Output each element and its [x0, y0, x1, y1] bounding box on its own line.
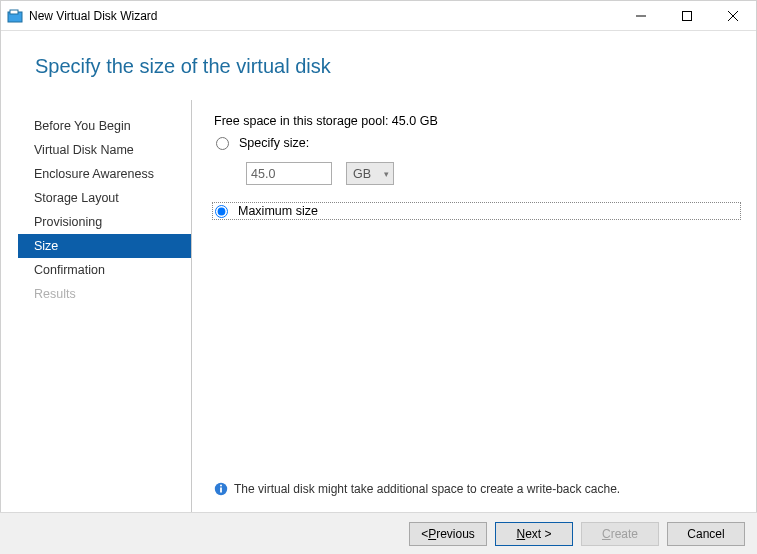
step-size[interactable]: Size — [18, 234, 191, 258]
step-results: Results — [18, 282, 191, 306]
info-row: The virtual disk might take additional s… — [214, 482, 741, 502]
step-before-you-begin[interactable]: Before You Begin — [18, 114, 191, 138]
maximize-button[interactable] — [664, 1, 710, 31]
size-unit-select[interactable]: GB ▾ — [346, 162, 394, 185]
option-maximum-size-label: Maximum size — [238, 204, 318, 218]
step-confirmation[interactable]: Confirmation — [18, 258, 191, 282]
size-value-input[interactable] — [246, 162, 332, 185]
free-space-label: Free space in this storage pool: 45.0 GB — [214, 114, 741, 128]
info-icon — [214, 482, 228, 496]
wizard-steps-sidebar: Before You Begin Virtual Disk Name Enclo… — [0, 100, 192, 512]
cancel-button[interactable]: Cancel — [667, 522, 745, 546]
step-storage-layout[interactable]: Storage Layout — [18, 186, 191, 210]
option-specify-size-label: Specify size: — [239, 136, 309, 150]
size-unit-value: GB — [353, 167, 371, 181]
svg-rect-7 — [220, 488, 222, 493]
svg-rect-1 — [10, 10, 18, 14]
titlebar-left: New Virtual Disk Wizard — [7, 8, 157, 24]
previous-button[interactable]: < Previous — [409, 522, 487, 546]
specify-size-fields: GB ▾ — [246, 162, 741, 185]
svg-rect-3 — [683, 11, 692, 20]
cancel-button-label: Cancel — [687, 527, 724, 541]
app-icon — [7, 8, 23, 24]
create-button: Create — [581, 522, 659, 546]
close-button[interactable] — [710, 1, 756, 31]
radio-specify-size[interactable] — [216, 137, 229, 150]
next-button[interactable]: Next > — [495, 522, 573, 546]
step-virtual-disk-name[interactable]: Virtual Disk Name — [18, 138, 191, 162]
step-enclosure-awareness[interactable]: Enclosure Awareness — [18, 162, 191, 186]
svg-point-8 — [220, 485, 222, 487]
minimize-button[interactable] — [618, 1, 664, 31]
step-provisioning[interactable]: Provisioning — [18, 210, 191, 234]
window-controls — [618, 1, 756, 31]
wizard-content: Free space in this storage pool: 45.0 GB… — [192, 100, 757, 512]
chevron-down-icon: ▾ — [384, 169, 389, 179]
wizard-footer: < Previous Next > Create Cancel — [0, 512, 757, 554]
radio-maximum-size[interactable] — [215, 205, 228, 218]
info-text: The virtual disk might take additional s… — [234, 482, 620, 496]
window-title: New Virtual Disk Wizard — [29, 9, 157, 23]
titlebar: New Virtual Disk Wizard — [1, 1, 756, 31]
option-specify-size[interactable]: Specify size: — [214, 136, 741, 150]
option-maximum-size[interactable]: Maximum size — [213, 203, 740, 219]
wizard-body: Before You Begin Virtual Disk Name Enclo… — [0, 100, 757, 512]
page-heading: Specify the size of the virtual disk — [1, 31, 756, 78]
